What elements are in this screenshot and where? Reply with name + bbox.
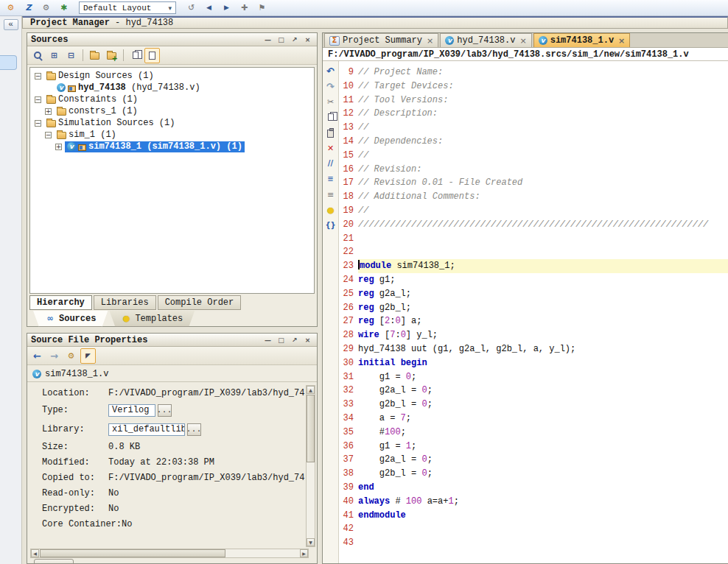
view-tab-hierarchy[interactable]: Hierarchy — [29, 295, 92, 310]
maximize-button[interactable]: ↗ — [289, 35, 300, 44]
browse-button[interactable]: ... — [187, 423, 201, 436]
code-line: 29hyd_74138 uut (g1, g2a_l, g2b_l, a, y_… — [339, 342, 728, 356]
view-tab-compile-order[interactable]: Compile Order — [158, 295, 242, 310]
scrollbar-thumb[interactable] — [307, 395, 315, 462]
refresh-button[interactable]: ↺ — [183, 0, 199, 15]
snippet-button[interactable]: {} — [323, 219, 337, 232]
vertical-scrollbar[interactable]: ▲ ▼ — [306, 385, 315, 547]
outdent-button[interactable]: ≡ — [323, 188, 337, 201]
collapsed-panel-tab[interactable] — [0, 55, 17, 70]
minimize-button[interactable]: — — [262, 35, 273, 44]
nav-forward-button[interactable]: ▶ — [219, 0, 234, 15]
collapse-icon[interactable]: − — [35, 120, 41, 127]
copy-button[interactable] — [323, 110, 337, 124]
float-button[interactable]: □ — [276, 335, 287, 345]
float-button[interactable]: □ — [276, 35, 287, 44]
scroll-left-icon[interactable]: ◀ — [31, 549, 39, 557]
collapse-icon[interactable]: − — [35, 96, 41, 103]
nav-back-button[interactable]: ◀ — [201, 0, 217, 15]
add-source-button[interactable] — [104, 48, 119, 63]
undo-button[interactable]: ↶ — [323, 64, 337, 77]
flag-button[interactable]: ⚑ — [254, 0, 270, 15]
scroll-right-icon[interactable]: ▶ — [300, 549, 308, 557]
autocomplete-button[interactable]: ● — [323, 203, 337, 216]
tree-item-body[interactable]: Design Sources (1) — [44, 71, 156, 82]
tree-item-body[interactable]: Constraints (1) — [44, 94, 140, 105]
select-pointer-button[interactable]: ◤ — [80, 348, 96, 364]
scroll-up-icon[interactable]: ▲ — [307, 386, 315, 394]
horizontal-scrollbar[interactable]: ◀ ▶ — [30, 549, 309, 558]
add-button[interactable]: ✚ — [237, 0, 252, 15]
tree-item[interactable]: −sim_1 (1) — [30, 129, 314, 141]
forward-arrow-button[interactable]: → — [46, 348, 62, 364]
context-header: Project Manager - hyd_74138 — [22, 16, 728, 29]
tree-item[interactable]: vhyd_74138 (hyd_74138.v) — [30, 82, 314, 94]
star-button[interactable]: ✱ — [56, 0, 71, 15]
code-text: // — [358, 121, 728, 135]
close-icon[interactable]: × — [618, 36, 625, 46]
duplicate-button[interactable] — [127, 48, 143, 63]
tree-item[interactable]: +vsim74138_1 (sim74138_1.v) (1) — [30, 141, 314, 152]
z-button[interactable]: Z — [21, 0, 36, 15]
settings-gear-button[interactable]: ⚙ — [63, 348, 79, 364]
close-button[interactable]: × — [302, 35, 313, 44]
code-line: 9// Project Name: — [339, 66, 728, 80]
type-combobox[interactable]: Verilog — [108, 404, 155, 417]
collapse-all-button[interactable]: ⊟ — [63, 48, 79, 63]
collapse-icon[interactable]: − — [45, 132, 52, 138]
clipped-bottom-tab[interactable] — [34, 559, 74, 564]
scroll-down-icon[interactable]: ▼ — [307, 538, 315, 546]
settings-gear-icon: ⚙ — [66, 350, 77, 361]
tree-item-label: Constraints (1) — [58, 94, 138, 105]
delete-button[interactable]: ✕ — [323, 141, 337, 155]
forward-arrow-icon: → — [49, 350, 60, 361]
gears-button[interactable]: ⚙ — [38, 0, 54, 15]
scroll-to-selected-button[interactable] — [144, 48, 160, 63]
scrollbar-thumb[interactable] — [40, 549, 225, 557]
close-icon[interactable]: × — [519, 36, 526, 46]
collapse-panel-button[interactable]: « — [4, 19, 18, 30]
tree-item-body[interactable]: vhyd_74138 (hyd_74138.v) — [55, 82, 203, 94]
tree-item-body[interactable]: constrs_1 (1) — [55, 106, 140, 117]
expand-all-button[interactable]: ⊞ — [46, 48, 62, 63]
tree-item[interactable]: +constrs_1 (1) — [30, 105, 314, 117]
editor-tab-sim74138-1-v[interactable]: vsim74138_1.v× — [533, 33, 631, 47]
paste-button[interactable] — [323, 126, 337, 139]
close-icon[interactable]: × — [427, 36, 433, 46]
flag-icon: ⚑ — [257, 3, 267, 13]
panel-tab-templates[interactable]: ●Templates — [109, 311, 195, 327]
close-button[interactable]: × — [302, 335, 313, 345]
toggle-comment-button[interactable]: // — [323, 157, 337, 170]
code-editor[interactable]: 9// Project Name:10// Target Devices:11/… — [339, 61, 728, 563]
tree-item[interactable]: −Design Sources (1) — [30, 70, 314, 82]
editor-tab-hyd-74138-v[interactable]: vhyd_74138.v× — [440, 33, 531, 47]
code-text: reg g1; — [358, 273, 728, 287]
library-field[interactable]: xil_defaultlib — [108, 423, 185, 436]
tree-item-body[interactable]: vsim74138_1 (sim74138_1.v) (1) — [65, 141, 245, 152]
redo-button[interactable]: ↷ — [323, 80, 337, 93]
sources-tree[interactable]: −Design Sources (1)vhyd_74138 (hyd_74138… — [29, 67, 315, 294]
tree-item-body[interactable]: sim_1 (1) — [55, 130, 119, 141]
panel-tab-sources[interactable]: ∞Sources — [33, 311, 108, 327]
minimize-button[interactable]: — — [262, 335, 273, 345]
expand-icon[interactable]: + — [45, 108, 52, 115]
gear-button[interactable]: ⚙ — [3, 0, 18, 15]
expand-icon[interactable]: + — [55, 144, 62, 150]
cut-button[interactable]: ✂ — [323, 95, 337, 108]
folder-icon — [57, 108, 66, 116]
editor-area: ΣProject Summary×vhyd_74138.v×vsim74138_… — [322, 32, 728, 564]
browse-button[interactable]: ... — [158, 404, 172, 417]
tree-item[interactable]: −Constraints (1) — [30, 94, 314, 105]
view-tab-libraries[interactable]: Libraries — [94, 295, 156, 310]
editor-tab-project-summary[interactable]: ΣProject Summary× — [324, 33, 438, 47]
indent-button[interactable]: ≡ — [323, 172, 337, 186]
code-line: 33 g2b_l = 0; — [339, 398, 728, 412]
open-file-button[interactable] — [87, 48, 102, 63]
tree-item[interactable]: −Simulation Sources (1) — [30, 117, 314, 129]
collapse-icon[interactable]: − — [35, 73, 41, 80]
back-arrow-button[interactable]: ← — [29, 348, 45, 364]
search-button[interactable] — [29, 48, 45, 63]
maximize-button[interactable]: ↗ — [289, 335, 300, 345]
layout-combobox[interactable]: Default Layout ▾ — [79, 1, 176, 14]
tree-item-body[interactable]: Simulation Sources (1) — [44, 118, 177, 129]
